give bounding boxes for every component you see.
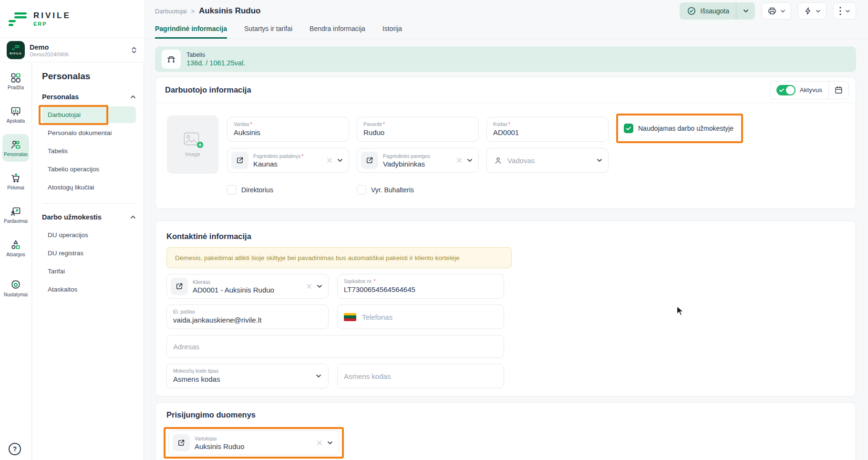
sidebar-item-tabelio-operacijos[interactable]: Tabelio operacijos — [42, 161, 136, 178]
employee-image-upload[interactable]: Image — [167, 115, 218, 174]
employee-fields: Vardas* Auksinis Pavardė* Ruduo Kodas* A… — [227, 115, 743, 195]
automation-button[interactable] — [798, 2, 827, 20]
chevron-down-icon[interactable] — [316, 374, 321, 378]
sidebar-item-du-registras[interactable]: DU registras — [42, 245, 136, 261]
external-link-icon[interactable] — [173, 434, 190, 451]
calendar-button[interactable] — [828, 81, 848, 99]
sidebar-item-darbuotojai[interactable]: Darbuotojai — [42, 106, 136, 123]
image-upload-label: Image — [185, 151, 200, 157]
field-label: Mokesčių kodo tipas — [173, 368, 218, 374]
page-header: Darbuotojai > Auksinis Ruduo Išsaugota — [144, 0, 868, 22]
brand-name: RIVILE — [33, 11, 71, 21]
cart-icon — [10, 172, 21, 184]
active-toggle[interactable]: Aktyvus — [770, 85, 828, 95]
help-button[interactable]: ? — [9, 443, 21, 455]
save-button[interactable]: Išsaugota — [680, 2, 755, 20]
mokesciu-tipas-select[interactable]: Mokesčių kodo tipas Asmens kodas — [166, 364, 329, 388]
vyr-buhalteris-checkbox[interactable]: Vyr. Buhalteris — [357, 185, 414, 195]
telefonas-placeholder: Telefonas — [362, 313, 393, 321]
chevron-down-icon[interactable] — [337, 158, 343, 162]
more-menu-button[interactable] — [833, 2, 856, 20]
page-title: Auksinis Ruduo — [199, 6, 260, 16]
external-link-icon[interactable] — [361, 152, 378, 169]
sidebar-item-atostogu-likuciai[interactable]: Atostogų likučiai — [42, 179, 136, 196]
printer-icon — [767, 6, 777, 16]
kodas-field[interactable]: Kodas* AD0001 — [486, 117, 609, 142]
company-selector[interactable]: RIVILE Demo Demo20240906 — [0, 38, 144, 63]
sidebar-item-label: Tarifai — [48, 268, 65, 275]
field-label: Pagrindinis padalinys — [253, 153, 300, 159]
saskaitos-value: LT7300654564564645 — [344, 285, 498, 293]
sidebar-item-ataskaitos[interactable]: Ataskaitos — [42, 281, 136, 298]
sidebar-section-darbo-uzmokestis[interactable]: Darbo užmokestis — [42, 213, 136, 221]
employee-card-header: Darbuotojo informacija Aktyvus — [155, 77, 856, 103]
sidebar-item-label: Ataskaitos — [48, 286, 77, 293]
tab-istorija[interactable]: Istorija — [382, 22, 402, 39]
padalinys-combo[interactable]: Pagrindinis padalinys* Kaunas — [227, 148, 349, 173]
help-label: ? — [13, 445, 17, 453]
clear-icon[interactable] — [306, 283, 312, 289]
field-label: Sąskaitos nr. — [344, 278, 372, 284]
asmens-kodas-field[interactable]: Asmens kodas — [337, 364, 504, 388]
klientas-combo[interactable]: Klientas AD0001 - Auksinis Ruduo — [166, 274, 329, 299]
rail-item-pardavimai[interactable]: Pardavimai — [2, 201, 29, 229]
tabelis-banner[interactable]: Tabelis 136d. / 1061.25val. — [155, 46, 856, 72]
checkbox-empty-icon[interactable] — [227, 185, 237, 195]
employee-card-title: Darbuotojo informacija — [165, 85, 251, 94]
toggle-switch[interactable] — [776, 85, 796, 95]
rail-item-atsargos[interactable]: Atsargos — [2, 234, 29, 262]
save-dropdown-button[interactable] — [736, 2, 755, 20]
naudojamas-checkbox[interactable]: Naudojamas darbo užmokestyje — [624, 124, 734, 133]
tab-pagrindine-informacija[interactable]: Pagrindinė informacija — [155, 22, 227, 39]
rail-item-apskaita[interactable]: Apskaita — [2, 101, 29, 128]
asmens-kodas-placeholder: Asmens kodas — [344, 372, 391, 380]
sidebar-item-tarifai[interactable]: Tarifai — [42, 263, 136, 280]
adresas-field[interactable]: Adresas — [166, 335, 504, 358]
chevron-down-icon[interactable] — [467, 158, 473, 162]
el-pastas-field[interactable]: El. paštas vaida.jankauskiene@rivile.lt — [166, 304, 329, 329]
section-header-label: Darbo užmokestis — [42, 213, 102, 221]
banner-title: Tabelis — [186, 52, 245, 58]
required-mark: * — [301, 153, 303, 159]
pareigos-combo[interactable]: Pagrindinės pareigos Vadybininkas — [357, 148, 479, 173]
sidebar-section-personalas[interactable]: Personalas — [42, 93, 136, 101]
pavarde-field[interactable]: Pavardė* Ruduo — [357, 117, 479, 142]
external-link-icon[interactable] — [171, 278, 188, 295]
analytics-icon — [10, 105, 21, 117]
external-link-icon[interactable] — [231, 152, 248, 169]
rail-item-pradzia[interactable]: Pradžia — [2, 67, 29, 95]
saskaitos-field[interactable]: Sąskaitos nr.* LT7300654564564645 — [337, 274, 504, 299]
warning-text: Dėmesio, pakeitimai atlikti šioje skilty… — [175, 254, 460, 261]
sidebar-item-personalo-dokumentai[interactable]: Personalo dokumentai — [42, 125, 136, 141]
vartotojas-combo[interactable]: Vartotojas Auksinis Ruduo — [168, 430, 339, 455]
direktorius-checkbox[interactable]: Direktorius — [227, 185, 357, 195]
mokesciu-tipas-value: Asmens kodas — [173, 375, 322, 383]
vadovas-select[interactable]: Vadovas — [486, 148, 609, 173]
tab-bendra-informacija[interactable]: Bendra informacija — [310, 22, 365, 39]
rail-item-nustatymai[interactable]: Nustatymai — [2, 274, 29, 302]
rail-label: Pradžia — [8, 85, 24, 90]
checkbox-empty-icon[interactable] — [357, 185, 366, 195]
sidebar-item-tabelis[interactable]: Tabelis — [42, 143, 136, 159]
clear-icon[interactable] — [456, 157, 462, 163]
chevron-down-icon[interactable] — [327, 441, 333, 445]
company-avatar: RIVILE — [7, 41, 25, 59]
rail-item-personalas[interactable]: Personalas — [2, 134, 29, 162]
highlight-vartotojas-combo: Vartotojas Auksinis Ruduo — [164, 427, 344, 459]
chevron-down-icon[interactable] — [597, 158, 602, 162]
print-button[interactable] — [762, 2, 791, 20]
chevron-down-icon[interactable] — [317, 284, 322, 288]
clear-icon[interactable] — [327, 157, 332, 163]
checkbox-checked-icon[interactable] — [624, 124, 633, 133]
clear-icon[interactable] — [317, 440, 322, 446]
breadcrumb-parent[interactable]: Darbuotojai — [155, 8, 187, 15]
lightning-icon — [804, 6, 812, 16]
rail-item-pirkimai[interactable]: Pirkimai — [2, 167, 29, 195]
tab-sutartys-ir-tarifai[interactable]: Sutartys ir tarifai — [244, 22, 292, 39]
sidebar-item-du-operacijos[interactable]: DU operacijos — [42, 227, 136, 243]
lithuania-flag-icon — [344, 313, 356, 321]
vardas-field[interactable]: Vardas* Auksinis — [227, 117, 349, 142]
sidebar: Personalas Personalas Darbuotojai Person… — [32, 63, 144, 460]
telefonas-field[interactable]: Telefonas — [337, 304, 504, 329]
pareigos-value: Vadybininkas — [383, 160, 430, 168]
